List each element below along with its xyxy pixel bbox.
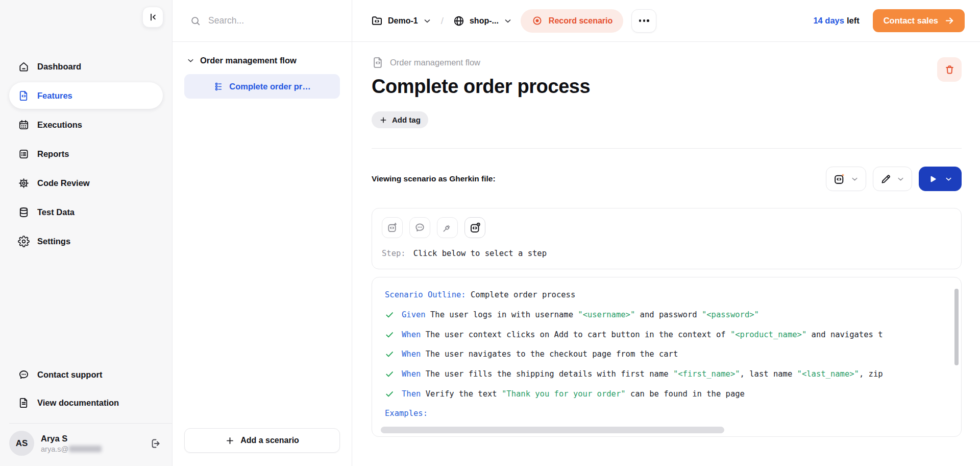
gherkin-line[interactable]: When The user context clicks on Add to c… xyxy=(385,324,941,344)
more-options-button[interactable] xyxy=(631,9,656,33)
viewing-row: Viewing scenario as Gherkin file: xyxy=(372,167,962,191)
feature-breadcrumb: Order management flow xyxy=(372,56,962,69)
step-editor-card: Step: Click below to select a step xyxy=(372,208,962,269)
pencil-icon xyxy=(880,173,892,185)
sidebar-item-label: Settings xyxy=(37,237,70,246)
sidebar-item-settings[interactable]: Settings xyxy=(9,228,163,254)
code-text: Given The user logs in with username "<u… xyxy=(402,310,759,319)
delete-scenario-button[interactable] xyxy=(937,57,962,82)
project-selector[interactable]: Demo-1 xyxy=(371,14,432,27)
sidebar-item-label: Executions xyxy=(37,120,82,130)
scenario-explorer: Order management flow Complete order pr…… xyxy=(173,0,352,466)
workflow-icon xyxy=(213,81,224,92)
check-icon xyxy=(385,310,402,319)
sidebar-item-label: View documentation xyxy=(37,398,119,408)
feature-tree: Order management flow Complete order pr… xyxy=(173,42,352,99)
viewing-label: Viewing scenario as Gherkin file: xyxy=(372,174,496,183)
sidebar-item-code-review[interactable]: Code Review xyxy=(9,170,163,196)
gherkin-line[interactable]: Examples: xyxy=(385,404,941,424)
add-scenario-button[interactable]: Add a scenario xyxy=(184,428,340,453)
search-input[interactable] xyxy=(207,15,340,27)
check-icon xyxy=(385,369,402,379)
view-actions xyxy=(826,167,962,191)
gherkin-line[interactable]: Scenario Outline: Complete order process xyxy=(385,285,941,305)
sidebar-footer: Contact support View documentation xyxy=(0,361,172,416)
list-icon xyxy=(18,148,30,160)
step-placeholder-text: Click below to select a step xyxy=(413,249,547,258)
check-icon xyxy=(385,330,402,339)
verify-code-step-button[interactable] xyxy=(464,217,485,238)
contact-sales-button[interactable]: Contact sales xyxy=(873,9,965,32)
vertical-scrollbar[interactable] xyxy=(954,289,959,365)
gherkin-line[interactable]: Given The user logs in with username "<u… xyxy=(385,305,941,325)
sidebar-spacer xyxy=(0,254,172,361)
plug-icon xyxy=(442,222,453,234)
sidebar-item-view-documentation[interactable]: View documentation xyxy=(9,389,163,416)
user-profile[interactable]: AS Arya S arya.s@ xyxy=(0,424,172,466)
api-step-button[interactable] xyxy=(437,217,458,238)
add-tag-label: Add tag xyxy=(392,115,421,124)
check-icon xyxy=(385,389,402,399)
file-code-icon xyxy=(372,56,384,69)
sidebar-item-label: Reports xyxy=(37,149,69,159)
document-icon xyxy=(18,397,30,409)
gherkin-line[interactable]: When The user navigates to the checkout … xyxy=(385,344,941,364)
user-email-prefix: arya.s@ xyxy=(41,445,68,453)
sidebar-item-label: Test Data xyxy=(37,207,75,217)
sidebar-item-test-data[interactable]: Test Data xyxy=(9,199,163,225)
gherkin-line[interactable]: Then Verify the text "Thank you for your… xyxy=(385,384,941,404)
add-tag-button[interactable]: Add tag xyxy=(372,111,428,128)
main-area: Demo-1 / shop-... Record scenario 14 day… xyxy=(352,0,980,466)
user-email-blurred-domain xyxy=(69,446,102,452)
record-scenario-button[interactable]: Record scenario xyxy=(521,9,623,33)
project-name: Demo-1 xyxy=(388,16,418,26)
comment-step-button[interactable] xyxy=(409,217,430,238)
search-icon xyxy=(190,15,201,27)
gherkin-line[interactable]: When The user fills the shipping details… xyxy=(385,364,941,384)
generate-code-dropdown-button[interactable] xyxy=(826,167,866,191)
user-email: arya.s@ xyxy=(41,445,102,453)
main-topbar: Demo-1 / shop-... Record scenario 14 day… xyxy=(352,0,980,42)
ai-code-step-button[interactable] xyxy=(382,217,403,238)
collapse-sidebar-button[interactable] xyxy=(142,7,163,28)
step-toolbar xyxy=(382,217,951,238)
step-input-row[interactable]: Step: Click below to select a step xyxy=(382,249,951,258)
sidebar-item-label: Code Review xyxy=(37,178,90,188)
chevron-down-icon xyxy=(850,175,859,183)
horizontal-scrollbar[interactable] xyxy=(381,427,724,433)
breadcrumb-separator: / xyxy=(440,15,445,27)
edit-dropdown-button[interactable] xyxy=(873,167,912,191)
sidebar-item-features[interactable]: Features xyxy=(9,82,163,109)
sidebar-item-reports[interactable]: Reports xyxy=(9,141,163,167)
code-eye-icon xyxy=(469,222,481,234)
play-icon xyxy=(927,174,938,184)
gherkin-viewer: Scenario Outline: Complete order process… xyxy=(372,277,962,437)
chevron-down-icon xyxy=(503,16,512,26)
code-text: Then Verify the text "Thank you for your… xyxy=(402,389,745,399)
plus-icon xyxy=(225,436,235,446)
run-scenario-dropdown-button[interactable] xyxy=(919,167,962,191)
sidebar-item-executions[interactable]: Executions xyxy=(9,111,163,138)
feature-group-label: Order management flow xyxy=(200,56,297,65)
trash-icon xyxy=(944,64,955,76)
search-bar xyxy=(173,0,352,42)
user-name: Arya S xyxy=(41,434,102,444)
record-scenario-label: Record scenario xyxy=(549,16,612,26)
code-text: Scenario Outline: Complete order process xyxy=(385,290,575,299)
chevron-down-icon xyxy=(944,175,953,183)
trial-countdown: 14 daysleft xyxy=(813,16,859,26)
logout-button[interactable] xyxy=(150,437,162,450)
chevron-down-icon xyxy=(423,16,432,26)
gherkin-code: Scenario Outline: Complete order process… xyxy=(385,285,941,424)
sidebar-item-label: Features xyxy=(37,91,72,101)
sidebar-item-dashboard[interactable]: Dashboard xyxy=(9,53,163,80)
app-selector[interactable]: shop-... xyxy=(453,15,512,27)
sidebar-item-label: Contact support xyxy=(37,370,102,380)
sidebar-item-label: Dashboard xyxy=(37,62,81,72)
code-text: Examples: xyxy=(385,409,428,418)
ellipsis-icon xyxy=(639,19,641,21)
chat-bubble-icon xyxy=(18,369,30,381)
sidebar-item-contact-support[interactable]: Contact support xyxy=(9,361,163,388)
scenario-item-complete-order-process[interactable]: Complete order pr… xyxy=(184,74,340,99)
feature-group-order-management-flow[interactable]: Order management flow xyxy=(184,56,340,65)
